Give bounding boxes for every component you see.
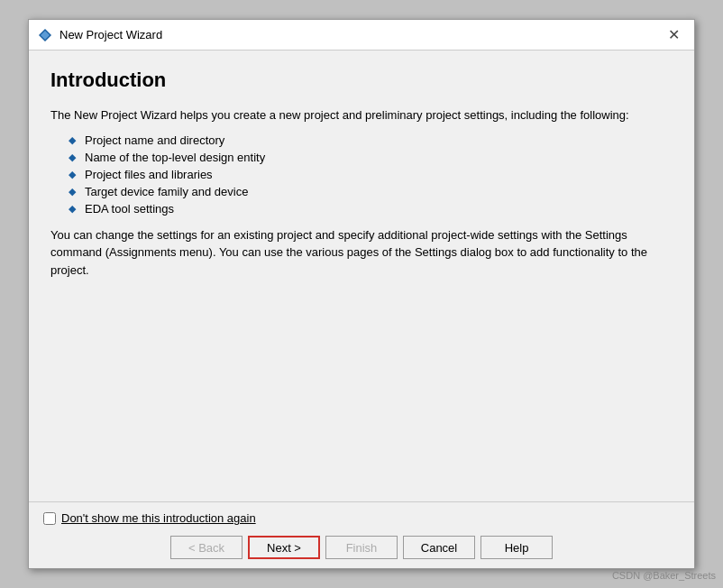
list-item: ◆ Target device family and device <box>69 185 673 198</box>
bullet-icon: ◆ <box>69 203 76 215</box>
list-item-text: EDA tool settings <box>85 202 174 216</box>
next-button[interactable]: Next > <box>248 536 320 559</box>
list-item-text: Project name and directory <box>85 133 224 147</box>
wizard-content: Introduction The New Project Wizard help… <box>29 51 694 501</box>
back-button[interactable]: < Back <box>170 536 243 559</box>
finish-button[interactable]: Finish <box>325 536 398 559</box>
list-item: ◆ Project files and libraries <box>69 168 673 181</box>
wizard-window: New Project Wizard ✕ Introduction The Ne… <box>28 19 695 569</box>
app-icon <box>38 28 52 42</box>
list-item-text: Name of the top-level design entity <box>85 151 265 164</box>
button-row: < Back Next > Finish Cancel Help <box>43 536 680 559</box>
title-bar-left: New Project Wizard <box>38 28 162 42</box>
checkbox-row: Don't show me this introduction again <box>43 511 680 525</box>
list-item: ◆ Name of the top-level design entity <box>69 151 673 164</box>
intro-paragraph2: You can change the settings for an exist… <box>50 226 673 280</box>
page-heading: Introduction <box>50 69 673 92</box>
bullet-icon: ◆ <box>69 134 76 146</box>
bullet-icon: ◆ <box>69 186 76 198</box>
list-item-text: Target device family and device <box>85 185 248 198</box>
wizard-footer: Don't show me this introduction again < … <box>29 501 694 568</box>
close-button[interactable]: ✕ <box>663 26 685 44</box>
intro-paragraph1: The New Project Wizard helps you create … <box>50 106 673 124</box>
bullet-list: ◆ Project name and directory ◆ Name of t… <box>69 133 673 216</box>
window-title: New Project Wizard <box>59 28 162 41</box>
dont-show-label[interactable]: Don't show me this introduction again <box>61 511 256 525</box>
bullet-icon: ◆ <box>69 169 76 180</box>
help-button[interactable]: Help <box>480 536 553 559</box>
list-item: ◆ EDA tool settings <box>69 202 673 216</box>
title-bar: New Project Wizard ✕ <box>29 20 694 51</box>
list-item: ◆ Project name and directory <box>69 133 673 147</box>
list-item-text: Project files and libraries <box>85 168 213 181</box>
cancel-button[interactable]: Cancel <box>403 536 475 559</box>
dont-show-checkbox[interactable] <box>43 512 56 525</box>
bullet-icon: ◆ <box>69 152 76 163</box>
watermark: CSDN @Baker_Streets <box>612 570 716 581</box>
